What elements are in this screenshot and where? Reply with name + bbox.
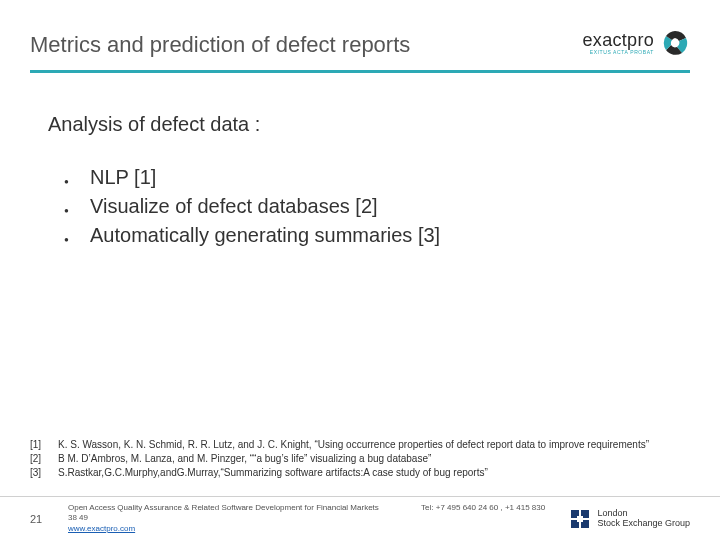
reference-item: [1] K. S. Wasson, K. N. Schmid, R. R. Lu… (30, 438, 690, 452)
logo-main-text: exactpro (583, 31, 654, 49)
reference-text: S.Rastkar,G.C.Murphy,andG.Murray,“Summar… (58, 466, 690, 480)
bullet-list: ● NLP [1] ● Visualize of defect database… (48, 166, 672, 247)
reference-number: [3] (30, 466, 58, 480)
bullet-text: Automatically generating summaries [3] (90, 224, 440, 247)
list-item: ● NLP [1] (64, 166, 672, 189)
page-number: 21 (30, 513, 50, 525)
footer-link[interactable]: www.exactpro.com (68, 524, 135, 533)
bullet-icon: ● (64, 203, 90, 215)
lseg-logo: London Stock Exchange Group (569, 508, 690, 530)
list-item: ● Visualize of defect databases [2] (64, 195, 672, 218)
reference-number: [2] (30, 452, 58, 466)
bullet-icon: ● (64, 232, 90, 244)
reference-number: [1] (30, 438, 58, 452)
bullet-text: NLP [1] (90, 166, 156, 189)
bullet-icon: ● (64, 174, 90, 186)
content-subtitle: Analysis of defect data : (48, 113, 672, 136)
exactpro-mark-icon (660, 28, 690, 58)
list-item: ● Automatically generating summaries [3] (64, 224, 672, 247)
references: [1] K. S. Wasson, K. N. Schmid, R. R. Lu… (30, 438, 690, 480)
page-title: Metrics and prediction of defect reports (30, 28, 410, 58)
reference-text: B M. D’Ambros, M. Lanza, and M. Pinzger,… (58, 452, 690, 466)
footer-line1: Open Access Quality Assurance & Related … (68, 503, 379, 512)
reference-text: K. S. Wasson, K. N. Schmid, R. R. Lutz, … (58, 438, 690, 452)
svg-rect-4 (577, 516, 583, 522)
reference-item: [2] B M. D’Ambros, M. Lanza, and M. Pinz… (30, 452, 690, 466)
footer-text: Open Access Quality Assurance & Related … (68, 503, 551, 534)
lseg-mark-icon (569, 508, 591, 530)
logo-sub-text: EXITUS ACTA PROBAT (590, 50, 654, 55)
exactpro-logo: exactpro EXITUS ACTA PROBAT (583, 28, 690, 58)
slide-content: Analysis of defect data : ● NLP [1] ● Vi… (0, 73, 720, 247)
bullet-text: Visualize of defect databases [2] (90, 195, 378, 218)
slide-footer: 21 Open Access Quality Assurance & Relat… (0, 496, 720, 540)
reference-item: [3] S.Rastkar,G.C.Murphy,andG.Murray,“Su… (30, 466, 690, 480)
lseg-line2: Stock Exchange Group (597, 519, 690, 528)
